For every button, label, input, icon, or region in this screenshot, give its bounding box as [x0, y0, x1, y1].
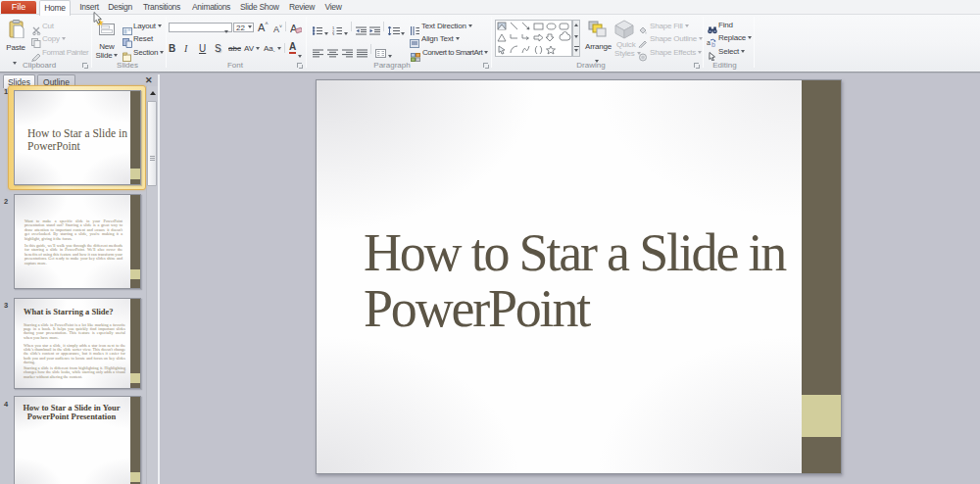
- svg-text:3: 3: [332, 32, 335, 36]
- svg-text:a: a: [707, 39, 710, 46]
